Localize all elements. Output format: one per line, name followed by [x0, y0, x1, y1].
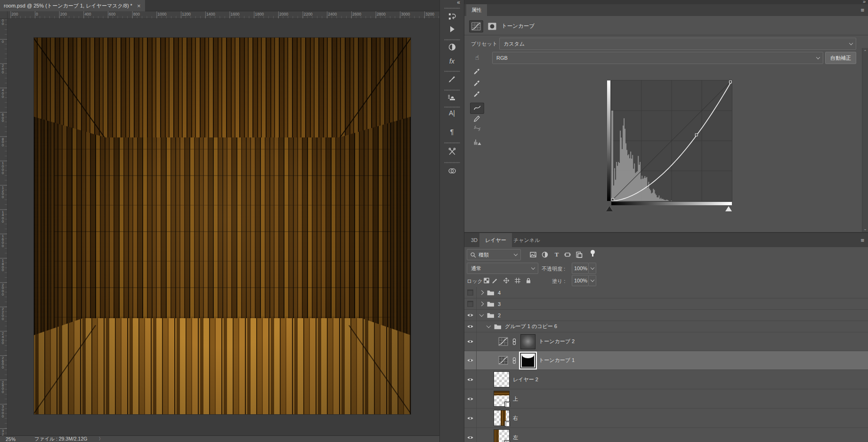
- tab-properties[interactable]: 属性: [466, 4, 487, 16]
- properties-scrollbar[interactable]: ⌃ ⌄: [862, 48, 868, 233]
- layer-name[interactable]: トーンカーブ 1: [539, 357, 575, 364]
- expand-group-icon[interactable]: [479, 290, 484, 295]
- layer-mask-thumbnail[interactable]: [520, 334, 535, 349]
- horizontal-ruler[interactable]: 2000200400600800100012001400160018002000…: [8, 11, 439, 19]
- layer-name[interactable]: 3: [498, 301, 501, 307]
- filter-switch-icon[interactable]: [591, 250, 595, 257]
- gray-point-eyedropper[interactable]: [470, 77, 484, 88]
- curves-adjustment-icon[interactable]: [498, 337, 508, 346]
- lock-move-icon[interactable]: [503, 277, 510, 284]
- collapse-dock-icon[interactable]: «: [457, 0, 460, 6]
- libraries-panel-icon[interactable]: [443, 163, 461, 178]
- expand-group-icon[interactable]: [479, 302, 484, 306]
- preset-select[interactable]: カスタム: [499, 38, 856, 50]
- adjustment-layer-filter-icon[interactable]: [541, 251, 549, 258]
- properties-menu-icon[interactable]: ≡: [860, 7, 864, 14]
- brush-settings-panel-icon[interactable]: [443, 72, 461, 87]
- expand-panels-icon[interactable]: »: [863, 0, 866, 4]
- visibility-toggle[interactable]: [464, 332, 477, 351]
- curve-pencil-tool[interactable]: [470, 112, 484, 123]
- layer-row[interactable]: 4: [464, 287, 868, 298]
- vertical-ruler[interactable]: 2 0 002 0 04 0 06 0 08 0 01 0 0 01 2 0 0…: [0, 19, 8, 435]
- curves-plot[interactable]: [611, 80, 732, 201]
- document-tab[interactable]: room.psd @ 25% (トーンカーブ 1, レイヤーマスク/8) * ×: [0, 0, 145, 11]
- layer-row[interactable]: 右: [464, 409, 868, 428]
- layer-name[interactable]: グループ 1 のコピー 6: [505, 323, 557, 330]
- scroll-up-icon[interactable]: ⌃: [863, 49, 867, 54]
- layer-row[interactable]: グループ 1 のコピー 6: [464, 321, 868, 332]
- layer-thumbnail[interactable]: [494, 429, 510, 442]
- fill-dropdown-button[interactable]: [589, 275, 596, 286]
- visibility-toggle[interactable]: [464, 351, 477, 370]
- tab-channels[interactable]: チャンネル: [508, 233, 545, 247]
- layer-thumbnail[interactable]: [494, 371, 510, 387]
- channel-select[interactable]: RGB: [492, 52, 823, 64]
- layer-thumbnail[interactable]: [494, 391, 510, 407]
- visibility-toggle[interactable]: [464, 321, 477, 332]
- layer-filter-select[interactable]: 種類: [467, 249, 521, 260]
- curve-smooth-tool[interactable]: [470, 122, 484, 134]
- blend-mode-select[interactable]: 通常: [467, 263, 538, 274]
- black-point-eyedropper[interactable]: [470, 65, 484, 76]
- collapse-group-icon[interactable]: [479, 312, 484, 317]
- white-point-eyedropper[interactable]: [470, 88, 484, 99]
- targeted-adjustment-tool[interactable]: ☝: [470, 52, 484, 63]
- opacity-dropdown-button[interactable]: [589, 263, 596, 274]
- tab-layers[interactable]: レイヤー: [479, 233, 512, 247]
- layer-name[interactable]: 上: [513, 395, 518, 402]
- white-point-slider[interactable]: [725, 206, 732, 211]
- curves-adjustment-icon[interactable]: [498, 356, 508, 365]
- curves-adjustment-icon[interactable]: [469, 20, 483, 32]
- visibility-toggle[interactable]: [464, 287, 477, 298]
- mask-link-icon[interactable]: [511, 338, 517, 346]
- smart-object-filter-icon[interactable]: [575, 251, 583, 258]
- type-layer-filter-icon[interactable]: T: [555, 251, 559, 258]
- lock-all-icon[interactable]: [525, 277, 532, 284]
- layer-row[interactable]: レイヤー 2: [464, 370, 868, 389]
- ruler-origin-corner[interactable]: [0, 11, 8, 19]
- layer-mask-thumbnail[interactable]: [520, 353, 535, 368]
- layer-name[interactable]: レイヤー 2: [513, 376, 538, 383]
- collapse-group-icon[interactable]: [487, 323, 491, 328]
- canvas-document[interactable]: [34, 38, 411, 414]
- styles-panel-icon[interactable]: fx: [443, 54, 461, 69]
- visibility-toggle[interactable]: [464, 310, 477, 321]
- pasteboard[interactable]: [8, 19, 439, 435]
- curves-graph[interactable]: [611, 80, 732, 201]
- black-point-slider[interactable]: [606, 206, 613, 211]
- layer-row[interactable]: トーンカーブ 1: [464, 351, 868, 370]
- layer-thumbnail[interactable]: [494, 410, 510, 426]
- opacity-field[interactable]: 100%: [572, 263, 589, 274]
- paragraph-panel-icon[interactable]: ¶: [443, 124, 461, 139]
- lock-transparency-icon[interactable]: [483, 277, 490, 284]
- mask-link-icon[interactable]: [511, 357, 517, 364]
- close-tab-icon[interactable]: ×: [137, 2, 141, 9]
- layers-menu-icon[interactable]: ≡: [860, 237, 864, 244]
- curve-control-point[interactable]: [612, 198, 614, 201]
- clone-source-panel-icon[interactable]: [443, 90, 461, 105]
- adjustments-panel-icon[interactable]: [443, 40, 461, 55]
- tool-presets-panel-icon[interactable]: [443, 144, 461, 159]
- scroll-down-icon[interactable]: ⌄: [863, 226, 867, 231]
- lock-paint-icon[interactable]: [491, 277, 498, 284]
- layer-name[interactable]: 4: [498, 290, 501, 296]
- layer-name[interactable]: 2: [498, 313, 501, 318]
- layer-row[interactable]: トーンカーブ 2: [464, 332, 868, 351]
- pixel-layer-filter-icon[interactable]: [529, 251, 537, 258]
- visibility-toggle[interactable]: [464, 409, 477, 427]
- curve-control-point[interactable]: [729, 81, 731, 83]
- zoom-level-field[interactable]: 25%: [6, 436, 16, 442]
- visibility-toggle[interactable]: [464, 389, 477, 408]
- layer-row[interactable]: 3: [464, 298, 868, 310]
- visibility-toggle[interactable]: [464, 370, 477, 389]
- fill-field[interactable]: 100%: [572, 275, 589, 286]
- auto-correct-button[interactable]: 自動補正: [825, 52, 856, 64]
- layer-row[interactable]: 上: [464, 389, 868, 409]
- shape-layer-filter-icon[interactable]: [564, 251, 571, 258]
- layer-name[interactable]: 右: [513, 415, 518, 422]
- layer-mask-icon[interactable]: [485, 20, 499, 32]
- layer-row[interactable]: 左: [464, 428, 868, 442]
- status-expand-icon[interactable]: 〉: [98, 436, 103, 442]
- layer-name[interactable]: トーンカーブ 2: [539, 338, 575, 345]
- curve-control-point[interactable]: [695, 134, 698, 136]
